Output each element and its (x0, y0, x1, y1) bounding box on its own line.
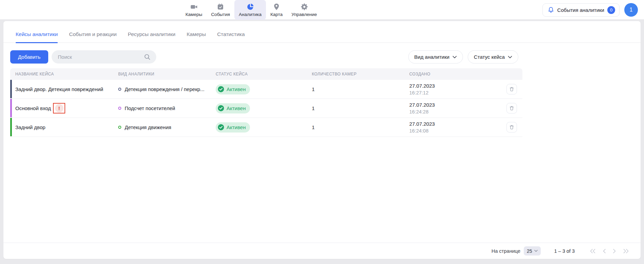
status-label: Активен (227, 105, 246, 111)
video-camera-icon (190, 3, 198, 11)
row-actions-cell (502, 122, 522, 133)
case-status-filter-label: Статус кейса (474, 54, 505, 60)
camera-count: 1 (312, 124, 315, 130)
toolbar: Добавить Вид аналитики Статус кейса (3, 43, 641, 68)
avatar[interactable]: 1 (624, 3, 638, 17)
analytics-type-filter-label: Вид аналитики (414, 54, 450, 60)
nav-item-cameras[interactable]: Камеры (181, 0, 207, 20)
case-status-cell: Активен (211, 122, 307, 133)
case-name-cell: Задний двор (10, 124, 113, 130)
toolbar-filters: Вид аналитики Статус кейса (408, 50, 518, 64)
nav-item-map[interactable]: Карта (266, 0, 287, 20)
table-body: Задний двор. Детекция повреждений Детекц… (10, 80, 522, 137)
search-box (52, 50, 156, 64)
table-row[interactable]: Задний двор. Детекция повреждений Детекц… (10, 80, 522, 99)
nav-item-label: Управление (291, 12, 317, 17)
row-actions-cell (502, 103, 522, 113)
nav-item-management[interactable]: Управление (287, 0, 321, 20)
camera-count-cell: 1 (307, 86, 404, 92)
analytics-type-cell: Детекция движения (113, 124, 211, 130)
row-accent-bar (10, 80, 12, 98)
created-date: 27.07.2023 (409, 83, 502, 89)
tab-analytics-resources[interactable]: Ресурсы аналитики (128, 31, 175, 42)
case-name-cell: Основной вход ! (10, 103, 113, 113)
nav-item-events[interactable]: События (207, 0, 234, 20)
events-count-badge: 0 (607, 6, 615, 14)
delete-button[interactable] (506, 84, 517, 94)
previous-page-button[interactable] (603, 249, 606, 253)
case-name: Основной вход (15, 105, 51, 111)
chevron-down-icon (508, 56, 512, 58)
created-cell: 27.07.2023 16:27:12 (404, 83, 502, 96)
pager-controls (590, 249, 629, 253)
column-header-type: Вид аналитики (113, 72, 211, 76)
analytics-events-button[interactable]: События аналитики 0 (542, 3, 620, 17)
tab-statistics[interactable]: Статистика (217, 31, 245, 42)
per-page-label: На странице (491, 248, 520, 254)
table-row[interactable]: Основной вход ! Подсчет посетителей Акти… (10, 99, 522, 118)
analytics-type-cell: Детекция повреждения / перекр... (113, 86, 211, 92)
created-time: 16:24:28 (409, 108, 502, 115)
case-status-cell: Активен (211, 103, 307, 113)
last-page-button[interactable] (623, 249, 629, 253)
check-circle-icon (218, 86, 224, 92)
analytics-type-cell: Подсчет посетителей (113, 105, 211, 111)
delete-button[interactable] (506, 103, 517, 113)
analytics-type-filter[interactable]: Вид аналитики (408, 50, 463, 64)
cases-table: Название кейса Вид аналитики Статус кейс… (10, 68, 522, 137)
created-cell: 27.07.2023 16:24:28 (404, 102, 502, 115)
map-pin-icon (272, 3, 281, 11)
analytics-type-icon (118, 88, 121, 91)
delete-button[interactable] (506, 122, 517, 133)
created-date: 27.07.2023 (409, 102, 502, 108)
alert-highlight-box: ! (53, 103, 65, 113)
created-time: 16:27:12 (409, 89, 502, 96)
analytics-type-icon (118, 126, 121, 129)
case-name: Задний двор (15, 124, 46, 130)
analytics-events-label: События аналитики (557, 7, 604, 13)
analytics-type-icon (118, 107, 121, 110)
created-date: 27.07.2023 (409, 121, 502, 127)
nav-item-label: Аналитика (239, 12, 262, 17)
created-cell: 27.07.2023 16:24:08 (404, 121, 502, 134)
pie-chart-icon (246, 3, 254, 11)
table-header: Название кейса Вид аналитики Статус кейс… (10, 68, 522, 80)
pagination-range: 1 – 3 of 3 (554, 248, 575, 254)
nav-item-label: Камеры (185, 12, 202, 17)
row-actions-cell (502, 84, 522, 94)
trash-icon (509, 124, 515, 130)
nav-item-label: Карта (270, 12, 283, 17)
pagination-bar: На странице 25 1 – 3 of 3 (3, 243, 641, 259)
tab-analytics-cases[interactable]: Кейсы аналитики (16, 31, 58, 42)
chevron-down-icon (534, 250, 538, 252)
created-time: 16:24:08 (409, 127, 502, 134)
tab-cameras[interactable]: Камеры (186, 31, 206, 42)
case-status-filter[interactable]: Статус кейса (468, 50, 518, 64)
camera-count-cell: 1 (307, 105, 404, 111)
status-badge: Активен (216, 84, 250, 94)
analytics-type-label: Детекция движения (125, 124, 171, 130)
column-header-cameras: Количество камер (307, 72, 404, 76)
trash-icon (509, 86, 515, 92)
nav-item-label: События (211, 12, 230, 17)
analytics-type-label: Подсчет посетителей (125, 105, 175, 111)
add-button[interactable]: Добавить (10, 50, 48, 64)
warning-icon: ! (55, 104, 64, 112)
per-page-select[interactable]: 25 (524, 246, 541, 256)
nav-item-analytics[interactable]: Аналитика (234, 0, 266, 20)
top-bar-right: События аналитики 0 1 (542, 3, 638, 17)
main-nav: Камеры События Аналитика Карта Управлени… (181, 0, 321, 20)
next-page-button[interactable] (613, 249, 616, 253)
bell-icon (548, 6, 554, 13)
analytics-type-label: Детекция повреждения / перекр... (125, 86, 204, 92)
top-bar: Камеры События Аналитика Карта Управлени… (0, 0, 644, 20)
per-page-value: 25 (527, 248, 532, 254)
status-label: Активен (227, 124, 246, 130)
calendar-check-icon (216, 3, 225, 11)
search-input[interactable] (52, 50, 156, 64)
content-card: Кейсы аналитики События и реакции Ресурс… (3, 21, 641, 259)
table-row[interactable]: Задний двор Детекция движения Активен 1 … (10, 118, 522, 137)
first-page-button[interactable] (590, 249, 596, 253)
camera-count-cell: 1 (307, 124, 404, 130)
tab-events-reactions[interactable]: События и реакции (69, 31, 117, 42)
